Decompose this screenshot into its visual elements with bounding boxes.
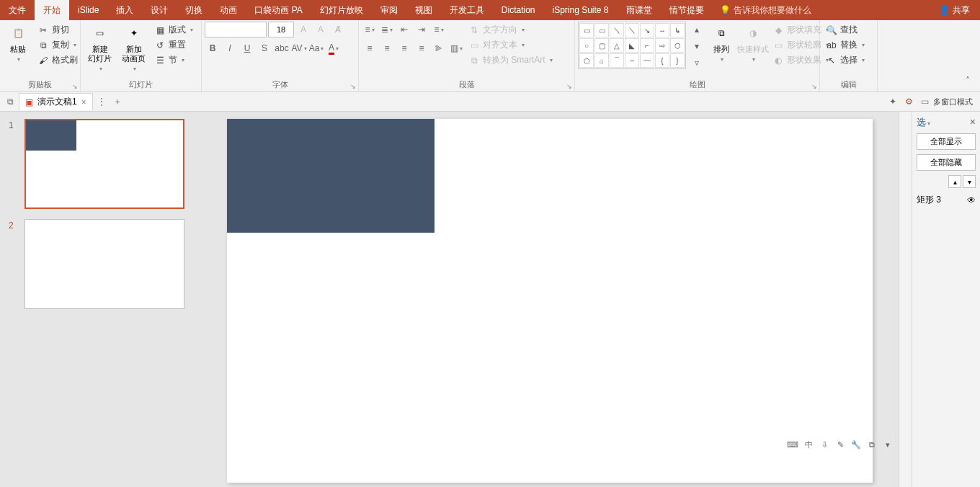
align-center-icon[interactable]: ≡ — [379, 40, 395, 56]
align-text-button[interactable]: ▭对齐文本 — [466, 38, 556, 52]
ime7-icon[interactable]: ▾ — [881, 438, 894, 451]
ime2-icon[interactable]: 中 — [802, 438, 815, 451]
shape-flow2-icon[interactable]: ⌂ — [594, 53, 609, 68]
slide-thumbnail-1[interactable] — [24, 119, 184, 209]
tab-file[interactable]: 文件 — [0, 0, 35, 20]
slide-thumbnail-2[interactable] — [24, 219, 184, 309]
show-all-button[interactable]: 全部显示 — [917, 133, 976, 150]
tab-ispring[interactable]: iSpring Suite 8 — [544, 0, 618, 20]
align-left-icon[interactable]: ≡ — [362, 40, 378, 56]
shape-hex-icon[interactable]: ⬡ — [670, 38, 685, 53]
font-name-input[interactable] — [205, 22, 267, 37]
format-painter-button[interactable]: 🖌格式刷 — [35, 53, 81, 67]
font-color-icon[interactable]: A — [326, 40, 342, 56]
tab-review[interactable]: 审阅 — [372, 0, 406, 20]
font-size-input[interactable] — [268, 22, 294, 37]
close-tab-icon[interactable]: × — [81, 97, 86, 107]
hide-all-button[interactable]: 全部隐藏 — [917, 154, 976, 171]
case-icon[interactable]: Aa — [308, 40, 324, 56]
vertical-scrollbar[interactable] — [899, 112, 912, 487]
tab-transition[interactable]: 切换 — [177, 0, 211, 20]
shape-conn-icon[interactable]: ↳ — [670, 23, 685, 37]
distribute-icon[interactable]: ⫸ — [431, 40, 447, 56]
arrange-button[interactable]: ⧉ 排列 — [706, 22, 736, 78]
tab-menu-icon[interactable]: ⋮ — [94, 94, 109, 109]
shape-gallery[interactable]: ▭▭＼＼↘↔↳ ○▢△◣⌐⇨⬡ ⬠⌂⌒⌢〰{} — [578, 22, 686, 69]
add-anim-page-button[interactable]: ✦ 新加 动画页 — [117, 22, 150, 78]
replace-button[interactable]: ab替换 — [823, 38, 868, 52]
shadow-icon[interactable]: abc — [274, 40, 290, 56]
shape-rect-icon[interactable]: ▭ — [579, 23, 594, 37]
shape-curve-icon[interactable]: ⌒ — [610, 53, 624, 68]
tab-pa[interactable]: 口袋动画 PA — [246, 0, 311, 20]
drawing-launcher-icon[interactable]: ↘ — [811, 83, 818, 90]
italic-icon[interactable]: I — [222, 40, 238, 56]
clear-format-icon[interactable]: A̸ — [330, 22, 346, 37]
document-tab[interactable]: ▣ 演示文稿1 × — [19, 93, 93, 110]
slide[interactable] — [227, 119, 873, 483]
collapse-ribbon-icon[interactable]: ˄ — [960, 73, 976, 89]
shape-line-icon[interactable]: ＼ — [610, 23, 624, 37]
strike-icon[interactable]: S — [257, 40, 272, 56]
thumbnail-pane[interactable]: 1 2 — [0, 112, 200, 487]
new-slide-button[interactable]: ▭ 新建 幻灯片 — [84, 22, 116, 78]
selection-item[interactable]: 矩形 3 👁 — [917, 192, 976, 207]
tab-animation[interactable]: 动画 — [211, 0, 246, 20]
paragraph-launcher-icon[interactable]: ↘ — [566, 83, 573, 90]
shrink-font-icon[interactable]: A — [313, 22, 329, 37]
ime4-icon[interactable]: ✎ — [834, 438, 847, 451]
shape-corner-icon[interactable]: ⌐ — [640, 38, 654, 53]
linespacing-icon[interactable]: ≡ — [431, 22, 447, 37]
shape-curve2-icon[interactable]: ⌢ — [625, 53, 639, 68]
align-right-icon[interactable]: ≡ — [396, 40, 412, 56]
add-tab-icon[interactable]: ＋ — [110, 94, 125, 109]
tab-view[interactable]: 视图 — [406, 0, 441, 20]
shape-oval-icon[interactable]: ○ — [579, 38, 594, 53]
share-button[interactable]: 👤 共享 — [929, 4, 980, 17]
find-button[interactable]: 🔍查找 — [823, 23, 868, 37]
shape-round-icon[interactable]: ▢ — [594, 38, 609, 53]
reset-button[interactable]: ↺重置 — [151, 38, 196, 52]
tab-plot[interactable]: 情节提要 — [661, 0, 713, 20]
tab-dictation[interactable]: Dictation — [493, 0, 544, 20]
multi-window-icon[interactable]: ▭ — [917, 94, 932, 109]
ime6-icon[interactable]: ⧉ — [865, 438, 878, 451]
clipboard-launcher-icon[interactable]: ↘ — [71, 83, 79, 90]
bullets-icon[interactable]: ≡ — [362, 22, 378, 37]
text-direction-button[interactable]: ⇅文字方向 — [466, 23, 556, 37]
gallery-up-icon[interactable]: ▴ — [689, 22, 705, 37]
bold-icon[interactable]: B — [205, 40, 220, 56]
visibility-icon[interactable]: 👁 — [967, 195, 976, 205]
copy-button[interactable]: ⧉复制 — [35, 38, 81, 52]
shape-arrow-icon[interactable]: ↘ — [640, 23, 654, 37]
shape-brace2-icon[interactable]: } — [670, 53, 685, 68]
paste-button[interactable]: 📋 粘贴 — [3, 22, 33, 78]
shape-rtri-icon[interactable]: ◣ — [625, 38, 639, 53]
ime1-icon[interactable]: ⌨ — [786, 438, 799, 451]
ext1-icon[interactable]: ✦ — [886, 94, 900, 109]
tab-islide[interactable]: iSlide — [69, 0, 107, 20]
shape-arrow2-icon[interactable]: ↔ — [655, 23, 669, 37]
section-button[interactable]: ☰节 — [151, 53, 196, 67]
close-pane-icon[interactable]: × — [970, 116, 976, 128]
dedent-icon[interactable]: ⇤ — [396, 22, 412, 37]
smartart-button[interactable]: ⧉转换为 SmartArt — [466, 53, 556, 67]
ime3-icon[interactable]: ⇩ — [818, 438, 831, 451]
font-launcher-icon[interactable]: ↘ — [349, 83, 357, 90]
numbering-icon[interactable]: ≣ — [379, 22, 395, 37]
justify-icon[interactable]: ≡ — [414, 40, 429, 56]
shape-textbox-icon[interactable]: ▭ — [594, 23, 609, 37]
move-down-icon[interactable]: ▾ — [963, 175, 976, 188]
tab-rain[interactable]: 雨课堂 — [618, 0, 661, 20]
thumbnails-toggle-icon[interactable]: ⧉ — [3, 94, 17, 109]
gear-icon[interactable]: ⚙ — [901, 94, 916, 109]
shape-line2-icon[interactable]: ＼ — [625, 23, 639, 37]
tab-developer[interactable]: 开发工具 — [441, 0, 493, 20]
underline-icon[interactable]: U — [239, 40, 255, 56]
slide-canvas-area[interactable]: ⌨ 中 ⇩ ✎ 🔧 ⧉ ▾ — [200, 112, 899, 487]
shape-wave-icon[interactable]: 〰 — [640, 53, 654, 68]
columns-icon[interactable]: ▥ — [448, 40, 464, 56]
grow-font-icon[interactable]: A — [295, 22, 311, 37]
gallery-down-icon[interactable]: ▾ — [689, 38, 705, 54]
cut-button[interactable]: ✂剪切 — [35, 23, 81, 37]
